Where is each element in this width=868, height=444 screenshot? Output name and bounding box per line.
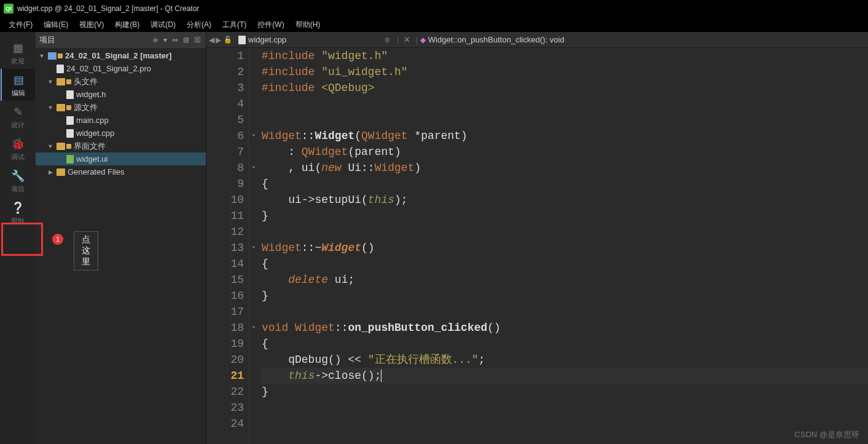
menu-build[interactable]: 构建(B) — [110, 18, 144, 31]
tree-headers-folder[interactable]: 头文件 — [36, 75, 206, 88]
annotation-highlight — [1, 223, 43, 256]
tree-headers-label: 头文件 — [74, 76, 98, 87]
lock-icon[interactable]: 🔓 — [224, 36, 232, 44]
dropdown-icon[interactable]: ≑ — [151, 36, 160, 44]
tree-form1-label: widget.ui — [76, 154, 108, 164]
annotation-badge: 1 — [52, 234, 63, 245]
document-icon: ▤ — [11, 73, 26, 87]
menu-analyze[interactable]: 分析(A) — [182, 18, 216, 31]
pencil-icon: ✎ — [10, 105, 25, 119]
close-tab-icon[interactable]: ✕ — [401, 35, 413, 44]
mode-debug[interactable]: 🐞 调试 — [1, 133, 35, 165]
watermark: CSDN @是奈思呀 — [794, 429, 859, 440]
tree-sources-folder[interactable]: 源文件 — [36, 101, 206, 114]
nav-fwd-icon[interactable]: ▶ — [216, 36, 221, 44]
code-editor[interactable]: 123456789101112131415161718192021222324 … — [206, 48, 868, 444]
mode-design-label: 设计 — [11, 121, 25, 130]
link-icon[interactable]: ⇔ — [171, 36, 179, 44]
mode-design[interactable]: ✎ 设计 — [1, 101, 35, 133]
file-tab[interactable]: widget.cpp ≑ — [235, 35, 394, 44]
editor-pane: ◀ ▶ 🔓 widget.cpp ≑ | ✕ | ◆ Widget::on_pu… — [206, 32, 868, 444]
symbol-selector[interactable]: ◆ Widget::on_pushButton_clicked(): void — [420, 35, 565, 44]
tree-source2-label: widget.cpp — [76, 129, 114, 138]
tree-generated-label: Generated Files — [68, 167, 125, 176]
tree-source1-label: main.cpp — [76, 116, 109, 125]
mode-projects[interactable]: 🔧 项目 — [1, 165, 35, 197]
line-numbers: 123456789101112131415161718192021222324 — [206, 48, 249, 444]
symbol-label: Widget::on_pushButton_clicked(): void — [428, 35, 565, 44]
tree-forms-folder[interactable]: 界面文件 — [36, 140, 206, 153]
close-panel-icon[interactable]: ☒ — [193, 36, 202, 44]
tree-pro-file[interactable]: 24_02_01_Signal_2.pro — [36, 62, 206, 75]
tree-root-label: 24_02_01_Signal_2 [master] — [65, 51, 171, 60]
tree-project-root[interactable]: 24_02_01_Signal_2 [master] — [36, 49, 206, 62]
question-icon: ❔ — [10, 200, 25, 215]
qt-logo-icon: Qt — [4, 4, 14, 14]
file-icon — [238, 36, 246, 44]
menu-edit[interactable]: 编辑(E) — [39, 18, 73, 31]
tree-widget-ui[interactable]: widget.ui — [36, 153, 206, 165]
tree-widget-h[interactable]: widget.h — [36, 88, 206, 101]
diamond-icon: ◆ — [420, 36, 426, 44]
window-title: widget.cpp @ 24_02_01_Signal_2 [master] … — [17, 4, 199, 13]
mode-edit-label: 编辑 — [12, 89, 25, 98]
code-content[interactable]: #include "widget.h" #include "ui_widget.… — [258, 48, 868, 444]
filter-icon[interactable]: ▾ — [162, 36, 168, 44]
tree-forms-label: 界面文件 — [74, 141, 106, 152]
menu-help[interactable]: 帮助(H) — [291, 18, 326, 31]
mode-edit[interactable]: ▤ 编辑 — [1, 69, 35, 101]
sidebar-title: 项目 — [39, 34, 55, 46]
bug-icon: 🐞 — [10, 137, 25, 151]
menu-debug[interactable]: 调试(D) — [146, 18, 181, 31]
menu-bar: 文件(F) 编辑(E) 视图(V) 构建(B) 调试(D) 分析(A) 工具(T… — [0, 17, 868, 32]
mode-project-label: 项目 — [11, 184, 25, 194]
tree-pro-label: 24_02_01_Signal_2.pro — [66, 64, 151, 73]
tree-header1-label: widget.h — [76, 90, 106, 99]
menu-file[interactable]: 文件(F) — [4, 18, 37, 31]
file-tab-label: widget.cpp — [248, 35, 286, 44]
tree-sources-label: 源文件 — [74, 102, 98, 113]
annotation-callout: 点这里 — [74, 231, 98, 271]
chevron-icon[interactable]: ≑ — [384, 35, 391, 44]
menu-view[interactable]: 视图(V) — [74, 18, 109, 31]
mode-selector: ▦ 欢迎 ▤ 编辑 ✎ 设计 🐞 调试 🔧 项目 ❔ 帮助 1 点这里 — [0, 32, 36, 444]
tree-widget-cpp[interactable]: widget.cpp — [36, 127, 206, 140]
fold-column[interactable]: ▾▾▾▾ — [249, 48, 258, 444]
mode-debug-label: 调试 — [11, 153, 25, 162]
split-icon[interactable]: ⊞ — [182, 36, 190, 44]
tree-main-cpp[interactable]: main.cpp — [36, 114, 206, 127]
wrench-icon: 🔧 — [10, 168, 25, 183]
grid-icon: ▦ — [10, 41, 25, 55]
tree-generated-folder[interactable]: Generated Files — [36, 165, 206, 178]
mode-welcome[interactable]: ▦ 欢迎 — [1, 37, 35, 69]
menu-tools[interactable]: 工具(T) — [217, 18, 251, 31]
mode-welcome-label: 欢迎 — [11, 57, 25, 66]
menu-widgets[interactable]: 控件(W) — [252, 18, 289, 31]
nav-back-icon[interactable]: ◀ — [209, 36, 214, 44]
project-tree: 24_02_01_Signal_2 [master] 24_02_01_Sign… — [36, 48, 206, 444]
